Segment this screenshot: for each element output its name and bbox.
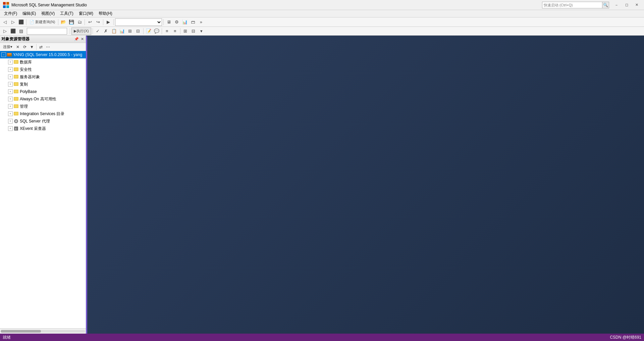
execute-button[interactable]: ▶ 执行(X) [71, 28, 91, 35]
quick-launch-search-icon[interactable]: 🔍 [602, 2, 609, 8]
replication-expander[interactable]: + [8, 82, 13, 87]
close-button[interactable]: ✕ [632, 1, 641, 9]
tb2-messages[interactable]: 💬 [153, 28, 160, 35]
svg-point-24 [15, 120, 17, 122]
oe-filter-btn[interactable]: ▼ [29, 44, 35, 50]
sql-agent-label: SQL Server 代理 [20, 118, 50, 124]
stop-button[interactable]: ⬛ [17, 18, 25, 26]
menu-view[interactable]: 视图(V) [39, 10, 57, 17]
polybase-icon [13, 89, 19, 94]
oe-pin-button[interactable]: 📌 [73, 37, 79, 41]
tree-item-server-objects[interactable]: + 服务器对象 [0, 73, 86, 81]
integration-expander[interactable]: + [8, 111, 13, 116]
tree-item-security[interactable]: + 安全性 [0, 66, 86, 73]
tree-item-polybase[interactable]: + PolyBase [0, 88, 86, 95]
tree-item-server[interactable]: − YANG (SQL Server 15.0.2000.5 - yang [0, 51, 86, 58]
quick-launch-input[interactable] [542, 2, 602, 8]
tb2-btn-extra2[interactable]: ⊟ [135, 28, 142, 35]
database-input[interactable] [27, 28, 67, 35]
sql-agent-expander[interactable]: + [8, 119, 13, 124]
management-label: 管理 [20, 104, 28, 109]
server-objects-expander[interactable]: + [8, 75, 13, 79]
more-btn[interactable]: » [197, 18, 205, 26]
tb2-down-arrow[interactable]: ▾ [198, 28, 205, 35]
new-query-btn[interactable]: 📄 新建查询(N) [28, 18, 57, 26]
replication-label: 复制 [20, 82, 28, 87]
save-btn[interactable]: 💾 [68, 18, 75, 26]
tb2-extra6[interactable]: ⊟ [190, 28, 197, 35]
save-all-btn[interactable]: 🗂 [76, 18, 83, 26]
tb2-parse[interactable]: ✗ [102, 28, 110, 35]
menu-tools[interactable]: 工具(T) [57, 10, 76, 17]
tb2-results[interactable]: 📝 [145, 28, 152, 35]
svg-rect-20 [14, 105, 18, 107]
oe-sync-btn[interactable]: ⇄ [38, 44, 44, 50]
oe-refresh-btn[interactable]: ⟳ [21, 44, 28, 50]
restore-button[interactable]: ◻ [622, 1, 631, 9]
tree-item-sql-agent[interactable]: + SQL Server 代理 [0, 117, 86, 125]
tb2-plan[interactable]: 📋 [110, 28, 118, 35]
undo-btn[interactable]: ↩ [86, 18, 94, 26]
menu-edit[interactable]: 编辑(E) [20, 10, 39, 17]
menu-file[interactable]: 文件(F) [1, 10, 20, 17]
management-expander[interactable]: + [8, 104, 13, 109]
oe-connect-button[interactable]: 连接▾ [1, 44, 14, 50]
app-icon [3, 2, 9, 8]
sep4 [103, 19, 103, 25]
open-btn[interactable]: 📂 [60, 18, 67, 26]
scroll-thumb[interactable] [1, 330, 41, 333]
forward-button[interactable]: ▷ [9, 18, 17, 26]
tb2-btn3[interactable]: ▨ [17, 28, 25, 35]
polybase-label: PolyBase [20, 89, 37, 94]
server-dropdown[interactable] [115, 18, 162, 26]
server-icon [7, 52, 12, 57]
xevent-expander[interactable]: + [8, 126, 13, 131]
tb2-btn2[interactable]: ⬛ [9, 28, 17, 35]
tb2-btn-extra[interactable]: ⊞ [126, 28, 134, 35]
redo-btn[interactable]: ↪ [94, 18, 102, 26]
alwayson-icon [13, 96, 19, 102]
oe-resize-handle[interactable] [86, 36, 87, 334]
properties-btn[interactable]: ⚙ [173, 18, 180, 26]
menu-window[interactable]: 窗口(W) [76, 10, 96, 17]
main-content: 对象资源管理器 📌 ✕ 连接▾ ✕ ⟳ ▼ ⇄ ⋯ − [0, 36, 644, 334]
server-expander[interactable]: − [1, 52, 6, 57]
tree-item-alwayson[interactable]: + Always On 高可用性 [0, 95, 86, 103]
svg-rect-1 [6, 2, 9, 5]
solutions-btn[interactable]: 🗃 [189, 18, 197, 26]
tb2-extra5[interactable]: ⊞ [182, 28, 189, 35]
oe-horizontal-scrollbar[interactable] [0, 328, 86, 334]
oe-header-controls: 📌 ✕ [73, 37, 85, 41]
tb2-extra4[interactable]: ≡ [171, 28, 179, 35]
tb2-plan2[interactable]: 📊 [118, 28, 126, 35]
tb2-extra3[interactable]: ≡ [163, 28, 171, 35]
server-objects-label: 服务器对象 [20, 74, 40, 80]
tree-view[interactable]: − YANG (SQL Server 15.0.2000.5 - yang + [0, 51, 86, 328]
tree-item-management[interactable]: + 管理 [0, 103, 86, 110]
sep-tb2-1 [70, 28, 70, 34]
minimize-button[interactable]: − [612, 1, 621, 9]
status-right: CSDN @时晴691 [610, 335, 641, 340]
tree-item-xevent[interactable]: + X XEvent 采查器 [0, 125, 86, 132]
back-button[interactable]: ◁ [1, 18, 9, 26]
tree-item-databases[interactable]: + 数据库 [0, 58, 86, 66]
debug-btn[interactable]: ▶ [105, 18, 112, 26]
svg-rect-5 [7, 53, 11, 54]
databases-expander[interactable]: + [8, 60, 13, 64]
alwayson-expander[interactable]: + [8, 97, 13, 101]
activity-monitor-btn[interactable]: 📊 [181, 18, 189, 26]
databases-label: 数据库 [20, 59, 32, 65]
tree-item-replication[interactable]: + 复制 [0, 81, 86, 88]
polybase-expander[interactable]: + [8, 89, 13, 94]
sep-tb2-4 [162, 28, 162, 34]
tree-item-integration-services[interactable]: + Integration Services 目录 [0, 110, 86, 117]
menu-help[interactable]: 帮助(H) [96, 10, 115, 17]
oe-close-button[interactable]: ✕ [80, 37, 85, 41]
alwayson-label: Always On 高可用性 [20, 96, 56, 102]
tb2-btn1[interactable]: ▷ [1, 28, 9, 35]
tb2-checkmark[interactable]: ✓ [94, 28, 102, 35]
registered-servers-btn[interactable]: 🖥 [165, 18, 172, 26]
security-expander[interactable]: + [8, 67, 13, 72]
oe-disconnect-btn[interactable]: ✕ [14, 44, 21, 50]
oe-more-btn[interactable]: ⋯ [45, 44, 51, 50]
